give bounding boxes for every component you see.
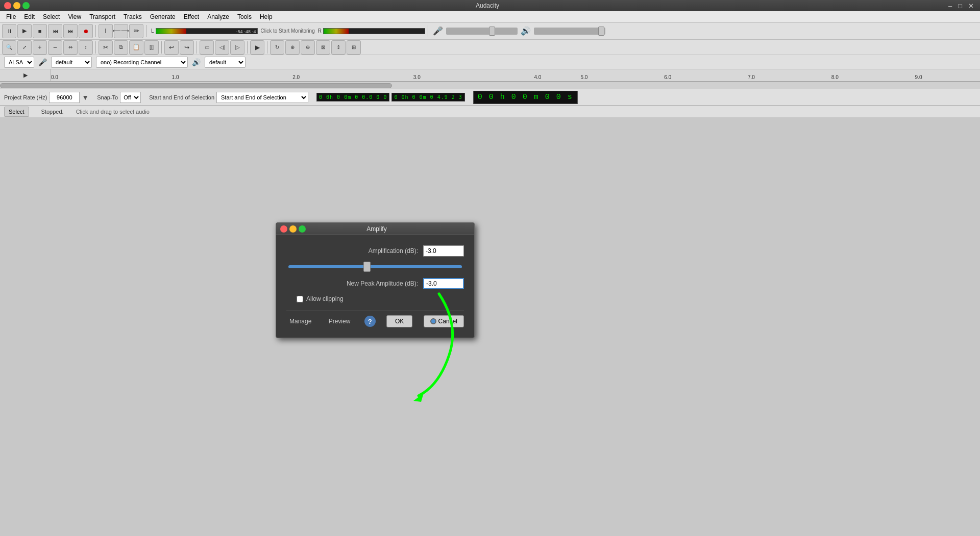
sel-start-time[interactable]: 0 0h 0 0m 0 0.0 0 0 xyxy=(316,93,389,101)
zoom-fit2[interactable]: ⊠ xyxy=(316,40,330,55)
menu-tools[interactable]: Tools xyxy=(233,12,256,21)
redo[interactable]: ↪ xyxy=(180,40,194,55)
zoom-fit[interactable]: ⇔ xyxy=(63,40,78,55)
scrollbar-track[interactable] xyxy=(0,82,980,89)
amplification-input[interactable] xyxy=(423,245,464,257)
amplification-slider[interactable] xyxy=(288,265,462,268)
paste[interactable]: 📋 xyxy=(129,40,143,55)
hint-text: Click and drag to select audio xyxy=(76,109,150,115)
audio-host-select[interactable]: ALSA xyxy=(4,57,34,68)
silence-audio[interactable]: ▭ xyxy=(200,40,214,55)
zoom-normal[interactable]: 🔍 xyxy=(2,40,16,55)
pause-button[interactable]: ⏸ xyxy=(2,24,16,38)
vu-meter-left: L -54 -48 -4 xyxy=(151,28,258,34)
tick-0: 0.0 xyxy=(51,74,58,80)
zoom-out2[interactable]: ⊖ xyxy=(301,40,315,55)
output-device-select[interactable]: default xyxy=(205,57,246,68)
tick-7: 7.0 xyxy=(748,74,755,80)
new-peak-row: New Peak Amplitude (dB): xyxy=(286,278,464,289)
separator-3 xyxy=(428,25,428,37)
record-button[interactable]: ⏺ xyxy=(79,24,93,38)
manage-button[interactable]: Manage xyxy=(286,317,314,326)
snap-to-select[interactable]: Off xyxy=(120,92,141,103)
play-button[interactable]: ▶ xyxy=(17,24,32,38)
zoom-out[interactable]: – xyxy=(48,40,62,55)
play-cursor[interactable]: ▶ xyxy=(250,40,264,55)
output-gain-thumb[interactable] xyxy=(598,27,604,36)
dialog-max-btn[interactable] xyxy=(299,225,306,233)
zoom-sel2[interactable]: ⊕ xyxy=(285,40,300,55)
menu-transport[interactable]: Transport xyxy=(85,12,119,21)
maximize-button[interactable] xyxy=(22,2,30,9)
scrollbar-thumb[interactable] xyxy=(0,83,392,88)
project-rate-input[interactable] xyxy=(49,92,80,103)
cut[interactable]: ✂ xyxy=(99,40,113,55)
output-gain-slider[interactable] xyxy=(534,28,605,35)
selection-tool[interactable]: I xyxy=(99,24,113,38)
recording-channel-select[interactable]: ono) Recording Channel xyxy=(96,57,188,68)
tick-5: 5.0 xyxy=(580,74,587,80)
forward-button[interactable]: ⏭ xyxy=(63,24,78,38)
horizontal-scrollbar[interactable] xyxy=(0,82,980,89)
minimize-button[interactable] xyxy=(13,2,20,9)
menu-effect[interactable]: Effect xyxy=(180,12,203,21)
preview-button[interactable]: Preview xyxy=(326,317,354,326)
minimize-icon[interactable]: – xyxy=(946,2,954,10)
ok-button[interactable]: OK xyxy=(386,315,412,327)
draw-tool[interactable]: ✏ xyxy=(129,24,143,38)
stop-button[interactable]: ■ xyxy=(33,24,47,38)
selection-type-box: Start and End of Selection Start and End… xyxy=(149,92,308,103)
close-button[interactable] xyxy=(4,2,11,9)
envelope-tool[interactable]: ⟵⟶ xyxy=(114,24,128,38)
zoom-in[interactable]: + xyxy=(33,40,47,55)
selection-mode-label: Start and End of Selection xyxy=(149,94,214,100)
zoom-h[interactable]: ⇕ xyxy=(331,40,346,55)
menu-view[interactable]: View xyxy=(64,12,85,21)
dialog-window-controls[interactable] xyxy=(280,225,306,233)
menu-tracks[interactable]: Tracks xyxy=(119,12,146,21)
menu-edit[interactable]: Edit xyxy=(20,12,39,21)
input-device-select[interactable]: default xyxy=(51,57,92,68)
click-monitor-label[interactable]: Click to Start Monitoring xyxy=(261,28,315,34)
allow-clipping-checkbox[interactable] xyxy=(297,296,303,302)
snap-left[interactable]: ◁| xyxy=(215,40,229,55)
zoom-toggle[interactable]: ↕ xyxy=(79,40,93,55)
sep-tools5 xyxy=(267,41,267,54)
menu-file[interactable]: File xyxy=(2,12,20,21)
ruler-left-pad: ▶ xyxy=(0,69,51,81)
speaker-icon-device: 🔊 xyxy=(192,58,201,66)
win-controls-right[interactable]: – □ ✕ xyxy=(945,2,976,10)
menu-generate[interactable]: Generate xyxy=(146,12,180,21)
sel-end-time[interactable]: 0 0h 0 0m 0 4.9 2 3 xyxy=(391,93,464,101)
help-button[interactable]: ? xyxy=(364,316,376,327)
trim[interactable]: [|] xyxy=(144,40,159,55)
rate-dropdown-icon[interactable]: ▼ xyxy=(82,93,89,101)
new-peak-input[interactable] xyxy=(423,278,464,289)
input-gain-slider[interactable] xyxy=(446,28,518,35)
window-controls[interactable] xyxy=(4,2,30,9)
selection-mode-select[interactable]: Start and End of Selection xyxy=(216,92,308,103)
select-button[interactable]: Select xyxy=(4,107,29,117)
dialog-min-btn[interactable] xyxy=(289,225,297,233)
zoom-fit-sel[interactable]: ⤢ xyxy=(17,40,32,55)
vu-fill-right xyxy=(324,29,349,34)
menu-help[interactable]: Help xyxy=(256,12,277,21)
vu-l-label: L xyxy=(151,28,154,34)
undo[interactable]: ↩ xyxy=(164,40,179,55)
snap-to-box: Snap-To Off xyxy=(97,92,141,103)
status-text: Stopped. xyxy=(41,109,64,115)
dialog-close-btn[interactable] xyxy=(280,225,287,233)
menu-select[interactable]: Select xyxy=(39,12,64,21)
copy[interactable]: ⧉ xyxy=(114,40,128,55)
play-cursor-icon[interactable]: ▶ xyxy=(23,72,28,79)
cancel-button[interactable]: Cancel xyxy=(424,315,464,327)
new-peak-label: New Peak Amplitude (dB): xyxy=(286,280,423,287)
restore-icon[interactable]: □ xyxy=(956,2,964,10)
input-gain-thumb[interactable] xyxy=(489,27,495,36)
rewind-button[interactable]: ⏮ xyxy=(48,24,62,38)
close-icon[interactable]: ✕ xyxy=(966,2,976,10)
zoom-sel3[interactable]: ⊞ xyxy=(347,40,361,55)
snap-right[interactable]: |▷ xyxy=(230,40,244,55)
loop-play[interactable]: ↻ xyxy=(270,40,284,55)
menu-analyze[interactable]: Analyze xyxy=(203,12,233,21)
